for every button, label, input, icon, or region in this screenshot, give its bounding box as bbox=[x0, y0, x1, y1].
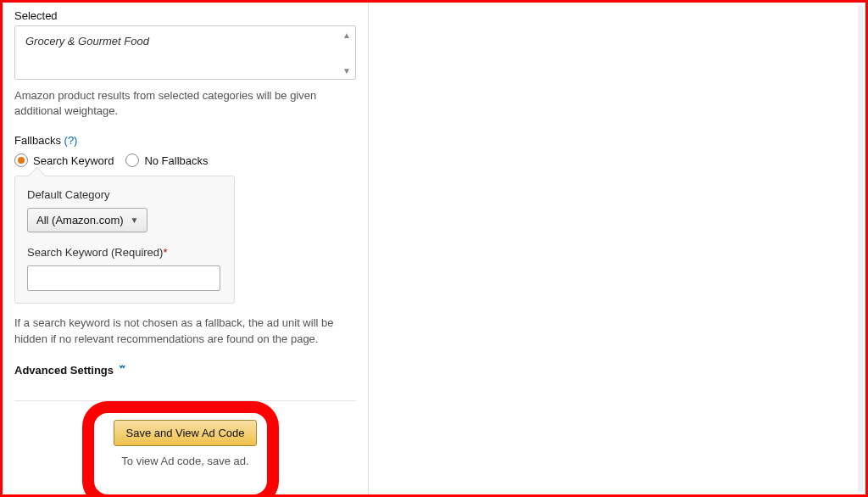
default-category-label: Default Category bbox=[27, 188, 222, 201]
radio-icon bbox=[125, 154, 139, 167]
chevron-down-icon: ▼ bbox=[131, 215, 139, 225]
window-frame: Selected Grocery & Gourmet Food ▲ ▼ Amaz… bbox=[0, 0, 868, 497]
search-keyword-input[interactable] bbox=[27, 265, 220, 291]
fallbacks-label: Fallbacks (?) bbox=[14, 134, 356, 147]
advanced-settings-toggle[interactable]: Advanced Settings ˅˅ bbox=[14, 364, 356, 377]
fallback-help-text: If a search keyword is not chosen as a f… bbox=[14, 316, 356, 346]
selected-categories-box[interactable]: Grocery & Gourmet Food ▲ ▼ bbox=[14, 25, 356, 80]
selected-category-item: Grocery & Gourmet Food bbox=[25, 35, 149, 47]
radio-no-fallbacks[interactable]: No Fallbacks bbox=[125, 154, 208, 167]
save-hint-text: To view Ad code, save ad. bbox=[114, 455, 258, 467]
required-star: * bbox=[163, 246, 167, 259]
radio-search-keyword[interactable]: Search Keyword bbox=[14, 154, 114, 167]
form-column: Selected Grocery & Gourmet Food ▲ ▼ Amaz… bbox=[3, 3, 369, 494]
radio-label-search-keyword: Search Keyword bbox=[33, 154, 114, 167]
fallbacks-help-link[interactable]: (?) bbox=[64, 134, 78, 147]
radio-icon bbox=[14, 154, 28, 167]
scroll-up-icon[interactable]: ▲ bbox=[340, 28, 353, 42]
default-category-value: All (Amazon.com) bbox=[36, 214, 124, 226]
divider bbox=[14, 400, 356, 401]
double-chevron-down-icon: ˅˅ bbox=[119, 365, 124, 376]
fallbacks-label-text: Fallbacks bbox=[14, 134, 61, 147]
save-section: Save and View Ad Code To view Ad code, s… bbox=[14, 420, 356, 467]
advanced-settings-label: Advanced Settings bbox=[14, 364, 114, 377]
weightage-help-text: Amazon product results from selected cat… bbox=[14, 88, 356, 119]
fallback-panel: Default Category All (Amazon.com) ▼ Sear… bbox=[14, 176, 235, 304]
default-category-select[interactable]: All (Amazon.com) ▼ bbox=[27, 208, 147, 232]
scroll-down-icon[interactable]: ▼ bbox=[340, 64, 353, 77]
search-keyword-label: Search Keyword (Required)* bbox=[27, 246, 222, 259]
radio-label-no-fallbacks: No Fallbacks bbox=[144, 154, 208, 167]
scrollbar[interactable] bbox=[858, 5, 863, 492]
fallbacks-radio-group: Search Keyword No Fallbacks bbox=[14, 154, 356, 167]
selected-label: Selected bbox=[14, 9, 356, 22]
save-and-view-button[interactable]: Save and View Ad Code bbox=[114, 420, 258, 446]
